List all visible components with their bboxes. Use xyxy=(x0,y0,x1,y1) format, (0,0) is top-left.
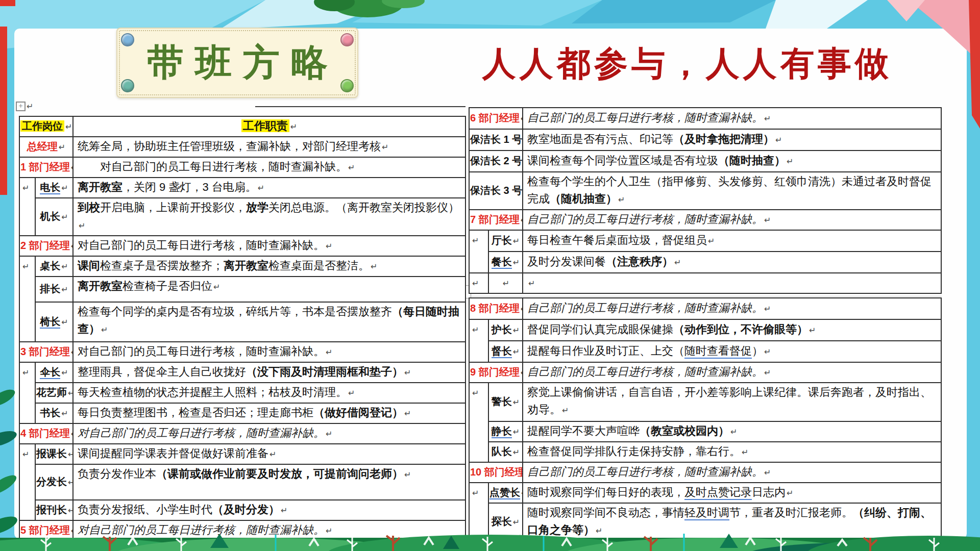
pilcrow-mark: ↵ xyxy=(764,368,771,377)
pilcrow-mark: ↵ xyxy=(68,506,73,515)
duty-cell: 及时分发课间餐（注意秩序）↵ xyxy=(523,252,941,273)
position-cell: 4 部门经理↵ xyxy=(19,423,73,444)
duty-text: 提醒同学不要大声喧哗 xyxy=(527,424,640,437)
duty-cell: 随时观察同学们每日好的表现，及时点赞记录日志内↵ xyxy=(523,483,941,503)
duty-text: 自己部门的员工每日进行考核，随时查漏补缺。 xyxy=(527,365,763,378)
position-cell: 3 部门经理↵ xyxy=(19,342,73,362)
duty-text: 自己部门的员工每日进行考核，随时查漏补缺。 xyxy=(527,465,763,478)
pilcrow-mark: ↵ xyxy=(61,285,68,294)
table-row: 静长↵提醒同学不要大声喧哗（教室或校园内）↵ xyxy=(469,421,941,442)
duty-text: 每天检查植物的状态并提醒主人照料；枯枝及时清理。 xyxy=(78,386,347,398)
pilcrow-mark: ↵ xyxy=(472,236,479,245)
button-decoration-pink xyxy=(340,33,354,46)
pilcrow-mark: ↵ xyxy=(101,325,108,334)
duty-text: 提醒每日作业及时订正、上交（ xyxy=(527,344,684,357)
pilcrow-mark: ↵ xyxy=(22,450,29,459)
position-cell: 电长↵ xyxy=(35,178,73,198)
position-label: 椅长 xyxy=(40,316,60,329)
table-row: ↵桌长↵课间检查桌子是否摆放整齐；离开教室检查桌面是否整洁。↵ xyxy=(19,256,465,277)
table-row: 保洁长 2 号↵课间检查每个同学位置区域是否有垃圾（随时抽查）↵ xyxy=(469,151,941,172)
position-label: 队长 xyxy=(492,446,512,457)
position-label: 厅长 xyxy=(492,235,512,246)
paragraph-mark-cell: ↵ xyxy=(469,319,488,362)
duty-text: 离开教室 xyxy=(78,280,122,292)
duty-cell: 对自己部门的员工每日进行考核，随时查漏补缺。↵ xyxy=(73,236,465,256)
duty-text: 统筹全局，协助班主任管理班级，查漏补缺，对部门经理考核 xyxy=(78,140,381,153)
position-label: 护长 xyxy=(492,324,512,335)
button-decoration-teal xyxy=(121,79,134,92)
duty-text: 随时观察同学们每日好的表现， xyxy=(527,486,684,498)
pilcrow-mark: ↵ xyxy=(472,325,479,334)
duty-cell: 课间提醒同学课表并督促做好课前准备↵ xyxy=(73,444,465,464)
position-cell: 6 部门经理↵ xyxy=(469,108,523,129)
duty-cell: 自己部门的员工每日进行考核，随时查漏补缺。↵ xyxy=(523,462,941,483)
duty-text: （随机抽查） xyxy=(550,192,617,205)
pilcrow-mark: ↵ xyxy=(68,389,73,397)
position-cell: 1 部门经理↵ xyxy=(19,157,73,178)
duty-text: （课前或做作业前要及时发放，可提前询问老师） xyxy=(156,467,403,480)
position-label: 总经理 xyxy=(27,141,58,152)
position-label: 报课长 xyxy=(36,448,67,459)
position-label: 餐长 xyxy=(492,256,512,269)
gap-line xyxy=(469,296,942,296)
table-row: ↵警长↵察觉上课偷偷讲话，自言自语，开小差等影响上课纪律。课后奔跑者，及时指出、… xyxy=(469,383,941,421)
left-red-strip xyxy=(0,27,7,195)
pilcrow-mark: ↵ xyxy=(371,262,377,271)
pilcrow-mark: ↵ xyxy=(513,448,520,457)
duty-cell: 检查每个学生的个人卫生（指甲修剪、头发修剪、红领巾清洗）未通过者及时督促完成（随… xyxy=(523,172,941,210)
duty-cell: 教室地面是否有污点、印记等（及时拿拖把清理）↵ xyxy=(523,129,941,151)
pilcrow-mark: ↵ xyxy=(708,237,715,245)
pilcrow-mark: ↵ xyxy=(764,216,771,224)
duties-table-left: 工作岗位↵工作职责↵总经理↵统筹全局，协助班主任管理班级，查漏补缺，对部门经理考… xyxy=(19,116,466,551)
position-cell: 8 部门经理↵ xyxy=(469,298,523,319)
position-label: 报刊长 xyxy=(36,504,67,515)
pilcrow-mark: ↵ xyxy=(764,305,771,313)
table-row: 1 部门经理↵ 对自己部门的员工每日进行考核，随时查漏补缺。↵ xyxy=(19,157,465,178)
position-label: 点赞长 xyxy=(489,487,520,499)
duty-text: 察觉上课偷偷讲话，自言自语，开小差等影响上课纪律。课后奔跑者，及时指出、劝导。 xyxy=(527,386,932,416)
table-row: 总经理↵统筹全局，协助班主任管理班级，查漏补缺，对部门经理考核↵ xyxy=(19,137,465,157)
pilcrow-mark: ↵ xyxy=(513,398,520,407)
table-row: 10 部门经理↵自己部门的员工每日进行考核，随时查漏补缺。↵ xyxy=(469,462,941,483)
duty-text: ，关闭 9 盏灯，3 台电扇。 xyxy=(122,181,257,193)
table-row: ↵伞长↵整理雨具，督促伞主人自己收拢好（没下雨及时清理雨框和垫子）↵ xyxy=(19,362,465,383)
duty-text: （动作到位，不许偷眼等） xyxy=(673,323,808,336)
position-label: 书长 xyxy=(40,407,60,418)
duty-text: 负责分发作业本 xyxy=(78,467,156,480)
position-label: 8 部门经理 xyxy=(470,303,520,314)
pilcrow-mark: ↵ xyxy=(22,184,29,192)
slide: 带班方略 人人都参与，人人有事做 + ↵ 工作岗位↵工作职责↵总经理↵统筹全局，… xyxy=(0,0,980,551)
column-header: 工作岗位 xyxy=(20,120,64,132)
duty-cell: 自己部门的员工每日进行考核，随时查漏补缺。↵ xyxy=(523,108,941,129)
position-cell: 排长↵ xyxy=(35,277,73,302)
table-handle-icon: + xyxy=(16,102,26,111)
position-label: 警长 xyxy=(492,396,512,407)
pilcrow-mark: ↵ xyxy=(562,406,569,415)
pilcrow-mark: ↵ xyxy=(61,184,68,192)
column-header: 工作职责 xyxy=(241,119,289,132)
duty-text: ） xyxy=(752,344,763,357)
pilcrow-mark: ↵ xyxy=(213,283,220,291)
duty-cell: ↵ xyxy=(523,273,941,293)
duty-text: 负责分发报纸、小学生时代 xyxy=(78,503,212,516)
pilcrow-mark: ↵ xyxy=(270,450,276,459)
duty-text: 课间检查每个同学位置区域是否有垃圾 xyxy=(527,154,718,167)
pilcrow-mark: ↵ xyxy=(61,409,68,418)
pilcrow-mark: ↵ xyxy=(674,258,681,267)
pilcrow-mark: ↵ xyxy=(503,279,509,288)
pilcrow-mark: ↵ xyxy=(513,258,520,267)
position-label: 保洁长 2 号 xyxy=(470,155,522,166)
pilcrow-mark: ↵ xyxy=(22,262,29,271)
position-cell: 警长↵ xyxy=(488,383,523,421)
duty-cell: 每天检查植物的状态并提醒主人照料；枯枝及时清理。↵ xyxy=(73,383,465,403)
duty-text: （没下雨及时清理雨框和垫子） xyxy=(246,365,403,378)
duty-cell: 提醒每日作业及时订正、上交（随时查看督促）↵ xyxy=(523,341,941,362)
slogan-text: 人人都参与，人人有事做 xyxy=(482,41,942,88)
table-row: ↵报课长↵课间提醒同学课表并督促做好课前准备↵ xyxy=(19,444,465,464)
duty-header-cell: 工作职责↵ xyxy=(73,116,465,137)
position-cell: 分发长↵ xyxy=(35,464,73,500)
pilcrow-mark: ↵ xyxy=(513,428,520,436)
table-row: 4 部门经理↵对自己部门的员工每日进行考核，随时查漏补缺。↵ xyxy=(19,423,465,444)
position-label: 7 部门经理 xyxy=(470,214,520,225)
duty-text: 对自己部门的员工每日进行考核，随时查漏补缺。 xyxy=(78,160,347,173)
